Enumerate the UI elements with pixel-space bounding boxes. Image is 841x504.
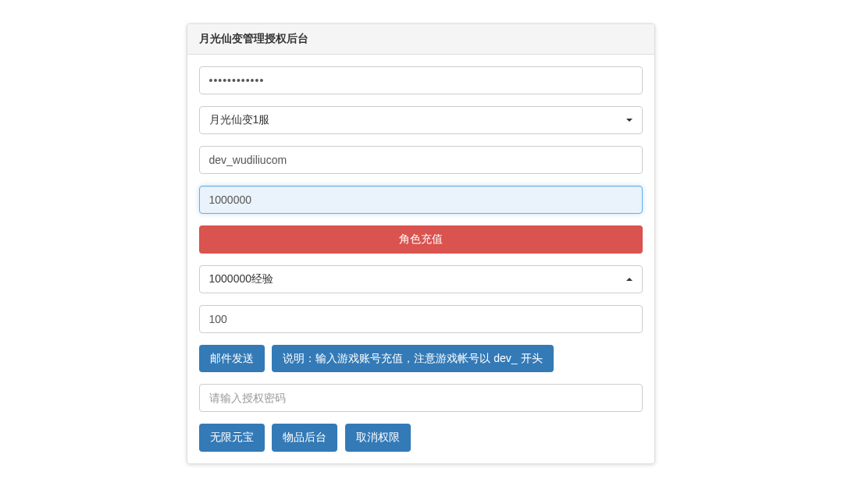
amount-input[interactable]	[199, 186, 643, 214]
caret-up-icon	[626, 278, 633, 281]
panel-body: 月光仙变1服 角色充值 1000000经验 邮件发送 说明：输入游戏账号充值，注…	[187, 55, 654, 463]
instruction-label[interactable]: 说明：输入游戏账号充值，注意游戏帐号以 dev_ 开头	[272, 345, 553, 373]
item-admin-button[interactable]: 物品后台	[272, 424, 337, 452]
admin-panel: 月光仙变管理授权后台 月光仙变1服 角色充值 1000000经验	[187, 23, 655, 464]
server-select-value: 月光仙变1服	[209, 113, 270, 127]
panel-title: 月光仙变管理授权后台	[187, 24, 654, 55]
exp-select-toggle[interactable]: 1000000经验	[199, 265, 643, 293]
auth-password-input[interactable]	[199, 384, 643, 412]
recharge-button[interactable]: 角色充值	[199, 225, 643, 254]
exp-select[interactable]: 1000000经验	[199, 265, 643, 293]
cancel-auth-button[interactable]: 取消权限	[345, 424, 411, 452]
exp-select-value: 1000000经验	[209, 272, 274, 286]
server-select[interactable]: 月光仙变1服	[199, 106, 643, 134]
server-select-toggle[interactable]: 月光仙变1服	[199, 106, 643, 134]
mail-send-button[interactable]: 邮件发送	[199, 345, 265, 373]
caret-down-icon	[626, 119, 633, 122]
account-input[interactable]	[199, 146, 643, 174]
password-input[interactable]	[199, 66, 643, 94]
unlimited-gold-button[interactable]: 无限元宝	[199, 424, 265, 452]
quantity-input[interactable]	[199, 305, 643, 333]
